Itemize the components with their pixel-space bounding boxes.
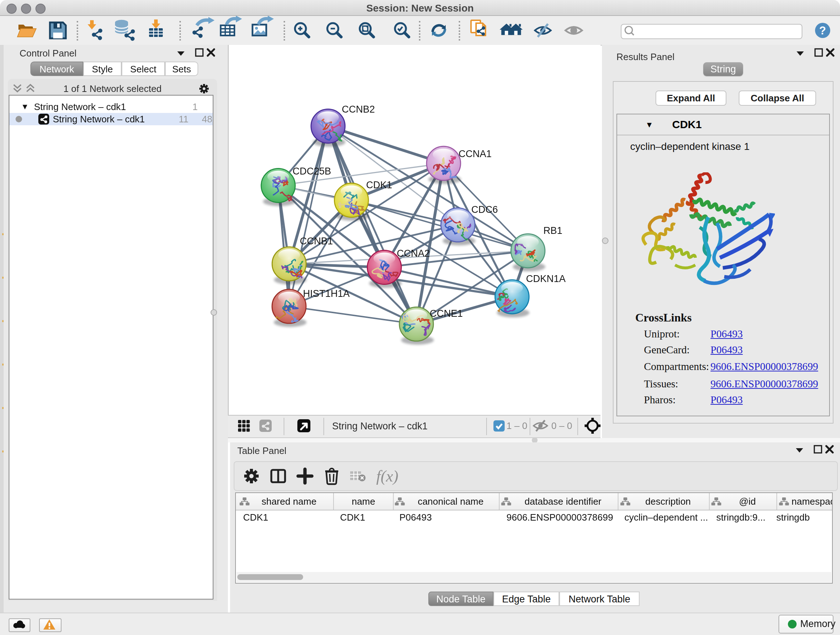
- svg-text:CCNB2: CCNB2: [342, 104, 375, 115]
- svg-text:CDC6: CDC6: [471, 204, 498, 215]
- svg-text:CDC25B: CDC25B: [293, 166, 332, 177]
- svg-text:database identifier: database identifier: [524, 496, 602, 507]
- svg-text:CCNB1: CCNB1: [300, 236, 333, 247]
- svg-text:name: name: [352, 496, 375, 507]
- svg-text:f(x): f(x): [376, 467, 398, 485]
- svg-text:@id: @id: [739, 496, 756, 507]
- svg-text:?: ?: [819, 24, 826, 37]
- svg-text:CDKN1A: CDKN1A: [526, 273, 566, 284]
- svg-text:RB1: RB1: [543, 225, 562, 236]
- svg-text:canonical name: canonical name: [418, 496, 484, 507]
- svg-text:CCNA2: CCNA2: [397, 248, 430, 259]
- svg-text:CCNE1: CCNE1: [430, 308, 463, 319]
- svg-text:CCNA1: CCNA1: [458, 149, 492, 159]
- svg-text:1 – 0: 1 – 0: [507, 420, 527, 431]
- svg-text:CDK1: CDK1: [366, 180, 392, 190]
- svg-text:HIST1H1A: HIST1H1A: [303, 288, 349, 299]
- svg-text:0 – 0: 0 – 0: [551, 420, 572, 431]
- svg-text:description: description: [645, 496, 691, 507]
- svg-text:shared name: shared name: [262, 496, 317, 507]
- svg-text:namespace: namespace: [791, 496, 832, 507]
